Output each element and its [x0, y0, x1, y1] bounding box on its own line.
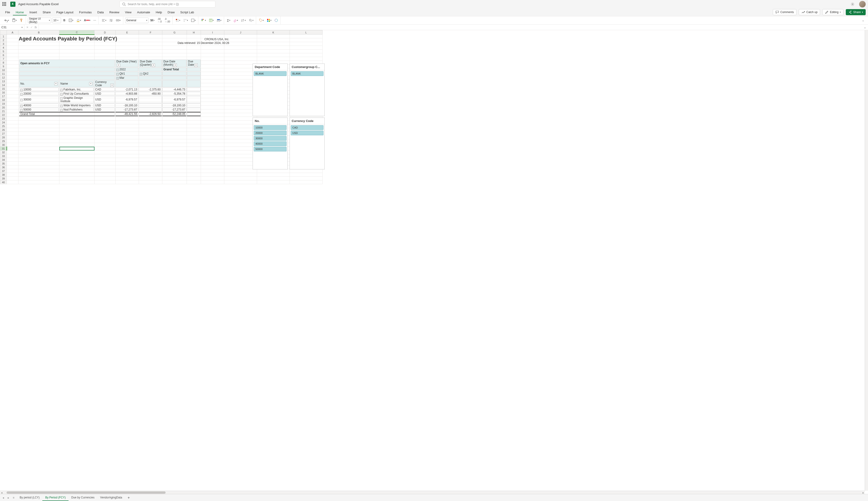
collapse-icon[interactable]: −: [20, 99, 23, 101]
column-header-E[interactable]: E: [116, 30, 139, 35]
cell[interactable]: [19, 120, 60, 124]
cell[interactable]: [290, 53, 323, 57]
row-header-34[interactable]: 34: [0, 158, 7, 162]
format-table-button[interactable]: ▾: [208, 18, 215, 23]
cell[interactable]: [224, 76, 257, 79]
cell[interactable]: [201, 169, 224, 173]
cell[interactable]: [224, 90, 257, 94]
cell[interactable]: [116, 158, 139, 162]
cell[interactable]: [7, 38, 19, 42]
row-header-36[interactable]: 36: [0, 166, 7, 169]
sort-filter-button[interactable]: ▾: [240, 18, 247, 23]
cell[interactable]: [162, 158, 187, 162]
menu-view[interactable]: View: [122, 9, 134, 15]
cell[interactable]: [7, 132, 19, 136]
cell[interactable]: [60, 128, 94, 132]
cell[interactable]: [201, 128, 224, 132]
cell[interactable]: [94, 166, 116, 169]
cell[interactable]: [187, 117, 201, 120]
collapse-icon[interactable]: −: [20, 105, 23, 107]
cell[interactable]: [224, 98, 257, 102]
row-header-6[interactable]: 6: [0, 53, 7, 57]
cell[interactable]: [201, 79, 224, 83]
row-header-40[interactable]: 40: [0, 180, 7, 184]
cell[interactable]: [257, 177, 290, 180]
cell[interactable]: [201, 173, 224, 177]
cell[interactable]: [290, 57, 323, 61]
cell[interactable]: [290, 177, 323, 180]
cell[interactable]: [7, 124, 19, 128]
cell[interactable]: [19, 139, 60, 143]
cell[interactable]: [19, 150, 60, 154]
cell[interactable]: [187, 46, 201, 50]
sensitivity-button[interactable]: ▾: [258, 18, 265, 23]
clear-button[interactable]: ▾: [232, 18, 239, 23]
column-header-J[interactable]: J: [224, 30, 257, 35]
cell[interactable]: [201, 143, 224, 147]
increase-decimal-button[interactable]: .00→.0: [156, 18, 163, 23]
cell[interactable]: [139, 42, 162, 46]
cell[interactable]: [201, 113, 224, 117]
cell[interactable]: [94, 42, 116, 46]
column-header-A[interactable]: A: [7, 30, 19, 35]
cell[interactable]: [224, 173, 257, 177]
cell[interactable]: [162, 162, 187, 166]
row-header-25[interactable]: 25: [0, 124, 7, 128]
cell[interactable]: [7, 143, 19, 147]
row-header-22[interactable]: 22: [0, 113, 7, 117]
cell[interactable]: [139, 177, 162, 180]
number-format-select[interactable]: General▾: [125, 18, 148, 23]
cell[interactable]: [257, 38, 290, 42]
cell[interactable]: [139, 143, 162, 147]
slicer-customergroup[interactable]: Customergroup C... BLANK: [290, 64, 325, 116]
insert-cells-button[interactable]: ▾: [175, 18, 181, 23]
cell[interactable]: [19, 42, 60, 46]
row-header-16[interactable]: 16: [0, 90, 7, 94]
cell[interactable]: [7, 106, 19, 109]
cell[interactable]: [19, 46, 60, 50]
menu-formulas[interactable]: Formulas: [76, 9, 94, 15]
borders-button[interactable]: ▾: [67, 18, 74, 23]
cell[interactable]: [19, 147, 60, 150]
cell[interactable]: [162, 177, 187, 180]
cell[interactable]: [224, 87, 257, 90]
cell[interactable]: [201, 87, 224, 90]
filter-icon[interactable]: ▾: [111, 84, 114, 87]
menu-script-lab[interactable]: Script Lab: [178, 9, 197, 15]
menu-help[interactable]: Help: [153, 9, 165, 15]
cell[interactable]: [116, 46, 139, 50]
cell[interactable]: [7, 109, 19, 113]
cell[interactable]: [94, 154, 116, 158]
cell[interactable]: [19, 158, 60, 162]
cell[interactable]: [201, 117, 224, 120]
filter-icon[interactable]: ▾: [54, 82, 57, 85]
cell[interactable]: [60, 180, 94, 184]
collapse-icon[interactable]: −: [116, 73, 119, 75]
cell[interactable]: [201, 120, 224, 124]
table-row[interactable]: −30000−Graphic Design InstituteUSD-6,979…: [19, 96, 201, 103]
cell[interactable]: [19, 162, 60, 166]
cell[interactable]: [162, 169, 187, 173]
sheet-nav-next[interactable]: ▸: [7, 496, 10, 499]
expand-icon[interactable]: +: [140, 73, 142, 75]
cell[interactable]: [19, 53, 60, 57]
cell[interactable]: [19, 50, 60, 53]
cell[interactable]: [290, 35, 323, 38]
delete-cells-button[interactable]: ▾: [182, 18, 189, 23]
cell[interactable]: [94, 46, 116, 50]
slicer-department[interactable]: Department Code BLANK: [253, 64, 288, 116]
cell[interactable]: [201, 177, 224, 180]
cell[interactable]: [7, 166, 19, 169]
cell[interactable]: [116, 143, 139, 147]
cell[interactable]: [116, 166, 139, 169]
enter-formula-icon[interactable]: ✓: [30, 26, 33, 29]
horizontal-scrollbar[interactable]: ◂ ▸: [0, 491, 865, 494]
collapse-icon[interactable]: −: [60, 93, 63, 95]
row-header-27[interactable]: 27: [0, 132, 7, 136]
cell[interactable]: [257, 35, 290, 38]
sheet-tab[interactable]: By Period (FCY): [42, 494, 68, 501]
cell[interactable]: [201, 102, 224, 106]
cell[interactable]: [139, 150, 162, 154]
cell[interactable]: [139, 35, 162, 38]
cell[interactable]: [162, 150, 187, 154]
